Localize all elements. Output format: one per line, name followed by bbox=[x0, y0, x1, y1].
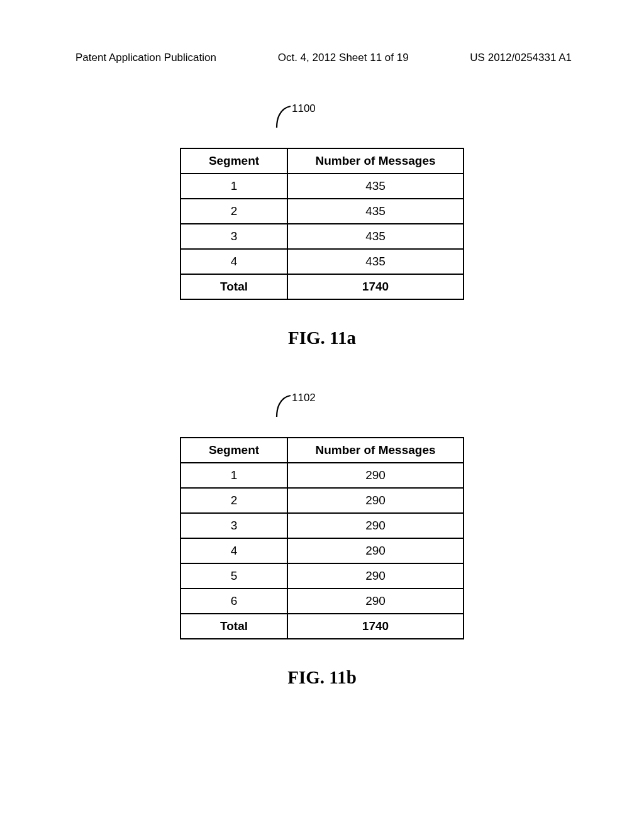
table-header-row: Segment Number of Messages bbox=[180, 148, 464, 174]
table-row: 3 435 bbox=[180, 224, 464, 249]
cell-segment: 4 bbox=[180, 249, 287, 274]
cell-messages: 290 bbox=[287, 488, 464, 513]
cell-segment: 2 bbox=[180, 488, 287, 513]
cell-segment: 4 bbox=[180, 538, 287, 563]
cell-messages: 290 bbox=[287, 589, 464, 614]
cell-messages: 435 bbox=[287, 224, 464, 249]
reference-number: 1102 bbox=[292, 392, 316, 404]
cell-messages: 435 bbox=[287, 249, 464, 274]
cell-segment: 6 bbox=[180, 589, 287, 614]
table-header-segment: Segment bbox=[180, 148, 287, 174]
table-row: 6 290 bbox=[180, 589, 464, 614]
table-total-row: Total 1740 bbox=[180, 614, 464, 639]
table-header-messages: Number of Messages bbox=[287, 148, 464, 174]
header-publication-type: Patent Application Publication bbox=[75, 52, 216, 64]
cell-segment: 3 bbox=[180, 224, 287, 249]
cell-messages: 290 bbox=[287, 538, 464, 563]
cell-segment: 5 bbox=[180, 563, 287, 589]
table-row: 2 435 bbox=[180, 199, 464, 224]
table-row: 1 435 bbox=[180, 174, 464, 199]
reference-label-1102: 1102 bbox=[0, 393, 644, 431]
cell-total-value: 1740 bbox=[287, 614, 464, 639]
leader-line-icon bbox=[273, 104, 293, 130]
cell-segment: 1 bbox=[180, 174, 287, 199]
cell-messages: 290 bbox=[287, 563, 464, 589]
cell-total-label: Total bbox=[180, 614, 287, 639]
table-11a: Segment Number of Messages 1 435 2 435 3… bbox=[180, 148, 464, 300]
table-row: 4 435 bbox=[180, 249, 464, 274]
reference-number: 1100 bbox=[292, 102, 316, 115]
cell-total-label: Total bbox=[180, 274, 287, 299]
cell-messages: 290 bbox=[287, 463, 464, 488]
cell-messages: 435 bbox=[287, 199, 464, 224]
figure-11b-block: 1102 Segment Number of Messages 1 290 2 … bbox=[0, 393, 644, 688]
leader-line-icon bbox=[273, 393, 293, 419]
page-header: Patent Application Publication Oct. 4, 2… bbox=[0, 52, 644, 64]
table-row: 4 290 bbox=[180, 538, 464, 563]
cell-segment: 1 bbox=[180, 463, 287, 488]
cell-segment: 2 bbox=[180, 199, 287, 224]
cell-total-value: 1740 bbox=[287, 274, 464, 299]
figure-11a-block: 1100 Segment Number of Messages 1 435 2 … bbox=[0, 104, 644, 348]
table-11b: Segment Number of Messages 1 290 2 290 3… bbox=[180, 437, 464, 639]
cell-segment: 3 bbox=[180, 513, 287, 538]
cell-messages: 435 bbox=[287, 174, 464, 199]
table-header-row: Segment Number of Messages bbox=[180, 438, 464, 463]
table-total-row: Total 1740 bbox=[180, 274, 464, 299]
header-publication-number: US 2012/0254331 A1 bbox=[470, 52, 572, 64]
table-row: 1 290 bbox=[180, 463, 464, 488]
table-row: 5 290 bbox=[180, 563, 464, 589]
table-row: 3 290 bbox=[180, 513, 464, 538]
table-row: 2 290 bbox=[180, 488, 464, 513]
figure-caption-11a: FIG. 11a bbox=[288, 328, 356, 348]
table-header-messages: Number of Messages bbox=[287, 438, 464, 463]
header-date-sheet: Oct. 4, 2012 Sheet 11 of 19 bbox=[278, 52, 409, 64]
table-header-segment: Segment bbox=[180, 438, 287, 463]
figure-caption-11b: FIG. 11b bbox=[287, 667, 357, 688]
reference-label-1100: 1100 bbox=[0, 104, 644, 141]
cell-messages: 290 bbox=[287, 513, 464, 538]
